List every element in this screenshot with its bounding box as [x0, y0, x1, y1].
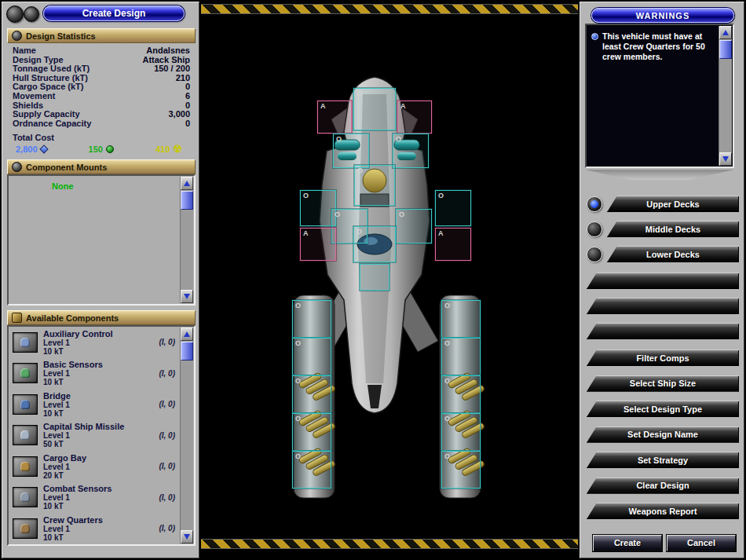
design-slot[interactable]: O: [441, 300, 481, 338]
blank-bar: [587, 298, 739, 314]
component-item-combat-sensors[interactable]: Combat SensorsLevel 110 kT(I, 0): [9, 482, 194, 514]
right-panel: WARNINGS This vehicle must have at least…: [580, 2, 744, 558]
bridge-icon: [13, 394, 38, 415]
warnings-frame-decoration: [585, 170, 734, 180]
design-slot[interactable]: O: [441, 451, 481, 489]
round-knob-icon-1: [6, 5, 24, 23]
warnings-title: WARNINGS: [591, 8, 734, 23]
warning-bullet-icon: [591, 33, 598, 40]
design-slot[interactable]: O: [292, 413, 331, 451]
scroll-up-icon: [722, 30, 729, 35]
button-select-ship-size[interactable]: Select Ship Size: [587, 375, 739, 392]
warnings-scrollbar[interactable]: [719, 26, 732, 166]
hazard-stripe-top: [201, 4, 578, 14]
create-design-window: Create Design Design Statistics NameAnda…: [0, 0, 746, 560]
component-mounts-selection[interactable]: None: [52, 181, 74, 191]
organics-cost: 150: [89, 145, 103, 154]
design-canvas: OAAOOOOOOOAAOOOOOOOOOOO: [199, 2, 580, 558]
basic-sensors-icon: [13, 363, 38, 383]
component-mounts-list[interactable]: None: [7, 174, 196, 306]
component-mounts-title: Component Mounts: [26, 163, 107, 172]
scroll-up-button[interactable]: [181, 177, 193, 190]
capital-ship-missile-icon: [13, 425, 38, 445]
design-slot[interactable]: [360, 264, 389, 291]
scroll-down-icon: [184, 534, 190, 540]
radioactives-icon: ☢: [173, 145, 182, 153]
scroll-up-button[interactable]: [181, 328, 193, 341]
components-scrollbar[interactable]: [180, 328, 193, 544]
component-item-auxiliary-control[interactable]: Auxiliary ControlLevel 110 kT(I, 0): [9, 327, 194, 358]
available-components-header: Available Components: [7, 310, 196, 325]
deck-button-upper-decks[interactable]: Upper Decks: [607, 196, 739, 212]
page-title: Create Design: [43, 5, 185, 21]
component-item-cargo-bay[interactable]: Cargo BayLevel 120 kT(I, 0): [9, 451, 194, 482]
button-weapons-report[interactable]: Weapons Report: [587, 503, 739, 519]
radio-upper-decks[interactable]: [587, 196, 602, 212]
warnings-box: This vehicle must have at least Crew Qua…: [585, 24, 734, 168]
scroll-track[interactable]: [181, 361, 193, 530]
statistics-gauge-icon: [12, 31, 22, 41]
scroll-down-button[interactable]: [181, 530, 193, 544]
design-statistics-header: Design Statistics: [7, 28, 196, 43]
scroll-thumb[interactable]: [181, 191, 193, 210]
button-clear-design[interactable]: Clear Design: [587, 478, 739, 494]
mounts-gear-icon: [12, 162, 22, 172]
blank-bar: [587, 323, 739, 339]
button-set-strategy[interactable]: Set Strategy: [587, 452, 739, 468]
scroll-track[interactable]: [181, 210, 193, 290]
minerals-cost: 2,800: [16, 145, 38, 154]
button-select-design-type[interactable]: Select Design Type: [587, 401, 739, 417]
component-item-crew-quarters[interactable]: Crew QuartersLevel 110 kT(I, 0): [9, 513, 194, 544]
radio-lower-decks[interactable]: [587, 247, 602, 262]
round-knob-icon-2: [24, 6, 39, 22]
design-slot[interactable]: O: [292, 375, 331, 413]
button-set-design-name[interactable]: Set Design Name: [587, 426, 739, 443]
component-item-basic-sensors[interactable]: Basic SensorsLevel 110 kT(I, 0): [9, 358, 194, 390]
design-slot[interactable]: O: [353, 226, 396, 262]
design-slot[interactable]: O: [441, 375, 481, 413]
crew-quarters-icon: [13, 518, 38, 539]
design-slot[interactable]: O: [441, 338, 481, 375]
button-filter-comps[interactable]: Filter Comps: [587, 350, 739, 366]
radio-middle-decks[interactable]: [587, 221, 602, 237]
deck-button-middle-decks[interactable]: Middle Decks: [607, 221, 739, 237]
design-slot[interactable]: O: [353, 88, 396, 130]
left-panel: Create Design Design Statistics NameAnda…: [2, 2, 199, 558]
scroll-thumb[interactable]: [181, 342, 193, 361]
design-slot[interactable]: O: [441, 413, 481, 451]
design-slot[interactable]: O: [354, 165, 395, 206]
design-slot[interactable]: O: [393, 134, 429, 168]
scroll-down-button[interactable]: [181, 290, 193, 303]
design-slot[interactable]: A: [317, 101, 352, 134]
design-slot[interactable]: O: [333, 134, 369, 168]
radioactives-cost-item: 410 ☢: [155, 145, 182, 154]
blank-bar: [587, 273, 739, 289]
deck-button-lower-decks[interactable]: Lower Decks: [607, 246, 739, 262]
components-box-icon: [12, 313, 22, 323]
combat-sensors-icon: [13, 487, 38, 507]
available-components-list: Auxiliary ControlLevel 110 kT(I, 0)Basic…: [9, 327, 194, 544]
design-slot[interactable]: O: [292, 451, 331, 489]
scroll-thumb[interactable]: [719, 40, 732, 59]
minerals-icon: [39, 145, 48, 154]
warning-message: This vehicle must have at least Crew Qua…: [591, 31, 715, 62]
design-slot[interactable]: O: [292, 300, 331, 338]
scroll-down-button[interactable]: [719, 152, 732, 166]
design-slot[interactable]: A: [300, 228, 336, 261]
available-components-title: Available Components: [26, 313, 119, 323]
component-item-capital-ship-missile[interactable]: Capital Ship MissileLevel 150 kT(I, 0): [9, 420, 194, 452]
cancel-button[interactable]: Cancel: [667, 535, 736, 551]
design-slot[interactable]: A: [435, 228, 471, 261]
create-button[interactable]: Create: [593, 535, 662, 551]
design-slot[interactable]: O: [435, 190, 471, 226]
scroll-up-button[interactable]: [719, 26, 732, 39]
design-slot[interactable]: A: [397, 101, 432, 134]
available-components-list-box: Auxiliary ControlLevel 110 kT(I, 0)Basic…: [7, 325, 196, 546]
total-cost: Total Cost 2,800 150 410 ☢: [7, 133, 196, 154]
design-slot[interactable]: O: [292, 338, 331, 375]
component-item-bridge[interactable]: BridgeLevel 110 kT(I, 0): [9, 389, 194, 420]
design-slot[interactable]: O: [396, 209, 432, 243]
mounts-scrollbar[interactable]: [180, 177, 193, 303]
cargo-bay-icon: [13, 456, 38, 477]
scroll-track[interactable]: [719, 60, 732, 152]
